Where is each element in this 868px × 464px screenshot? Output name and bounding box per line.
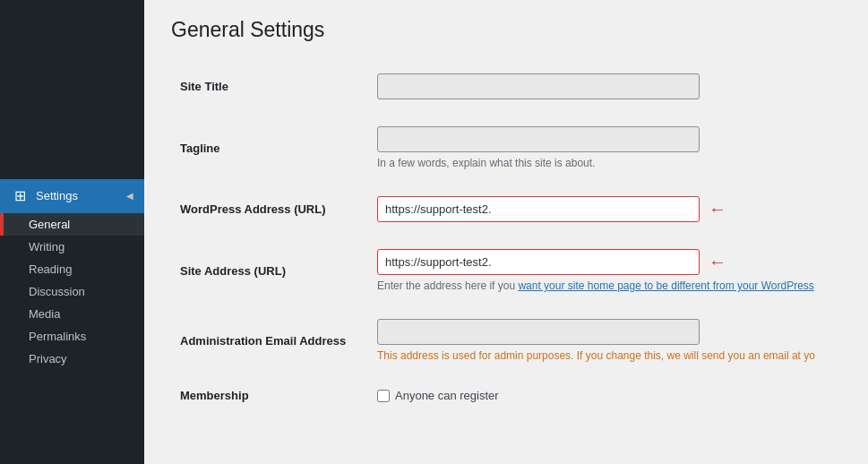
chevron-right-icon: ◀ — [126, 190, 133, 202]
table-row: Site Address (URL) ← Enter the address h… — [171, 236, 841, 305]
field-label-wp-address: WordPress Address (URL) — [171, 183, 368, 236]
sidebar-item-settings[interactable]: ⊞ Settings ◀ — [0, 179, 144, 213]
field-label-site-address: Site Address (URL) — [171, 236, 368, 305]
sidebar-item-media[interactable]: Media — [0, 303, 144, 325]
wp-address-arrow: ← — [709, 199, 726, 219]
table-row: Site Title — [171, 60, 841, 113]
tagline-description: In a few words, explain what this site i… — [377, 157, 832, 169]
settings-form: Site Title Tagline In a few words, expla… — [171, 60, 841, 416]
field-label-admin-email: Administration Email Address — [171, 305, 368, 375]
site-address-description: Enter the address here if you want your … — [377, 279, 832, 292]
sidebar-item-reading[interactable]: Reading — [0, 258, 144, 280]
field-cell-site-address: ← Enter the address here if you want you… — [368, 236, 841, 305]
sidebar-item-permalinks[interactable]: Permalinks — [0, 325, 144, 348]
membership-checkbox-label: Anyone can register — [395, 389, 499, 402]
admin-email-description: This address is used for admin purposes.… — [377, 349, 832, 362]
site-title-input[interactable] — [377, 73, 700, 99]
field-cell-tagline: In a few words, explain what this site i… — [368, 113, 841, 183]
field-cell-site-title — [368, 60, 841, 113]
membership-checkbox[interactable] — [377, 390, 390, 402]
tagline-input[interactable] — [377, 126, 700, 152]
table-row: Membership Anyone can register — [171, 375, 841, 416]
site-address-link[interactable]: want your site home page to be different… — [518, 279, 813, 292]
site-address-arrow: ← — [709, 252, 726, 272]
site-address-input[interactable] — [377, 249, 700, 275]
sidebar-item-discussion[interactable]: Discussion — [0, 280, 144, 303]
table-row: Tagline In a few words, explain what thi… — [171, 113, 841, 183]
main-content: General Settings Site Title Tagline In — [144, 0, 868, 464]
field-cell-membership: Anyone can register — [368, 375, 841, 416]
settings-submenu: General Writing Reading Discussion Media… — [0, 213, 144, 370]
table-row: WordPress Address (URL) ← — [171, 183, 841, 236]
sidebar-item-writing[interactable]: Writing — [0, 236, 144, 258]
membership-label[interactable]: Anyone can register — [377, 389, 832, 402]
wp-address-input[interactable] — [377, 196, 700, 222]
field-label-site-title: Site Title — [171, 60, 368, 113]
field-label-tagline: Tagline — [171, 113, 368, 183]
field-label-membership: Membership — [171, 375, 368, 416]
sidebar-item-privacy[interactable]: Privacy — [0, 348, 144, 370]
wp-address-row: ← — [377, 196, 832, 222]
sidebar: ⊞ Settings ◀ General Writing Reading Dis… — [0, 0, 144, 464]
sidebar-item-settings-label: Settings — [36, 188, 78, 204]
table-row: Administration Email Address This addres… — [171, 305, 841, 375]
admin-email-input[interactable] — [377, 319, 700, 345]
settings-icon: ⊞ — [11, 186, 29, 206]
sidebar-item-general[interactable]: General — [0, 213, 144, 236]
field-cell-wp-address: ← — [368, 183, 841, 236]
site-address-row: ← — [377, 249, 832, 275]
field-cell-admin-email: This address is used for admin purposes.… — [368, 305, 841, 375]
page-title: General Settings — [171, 18, 841, 42]
